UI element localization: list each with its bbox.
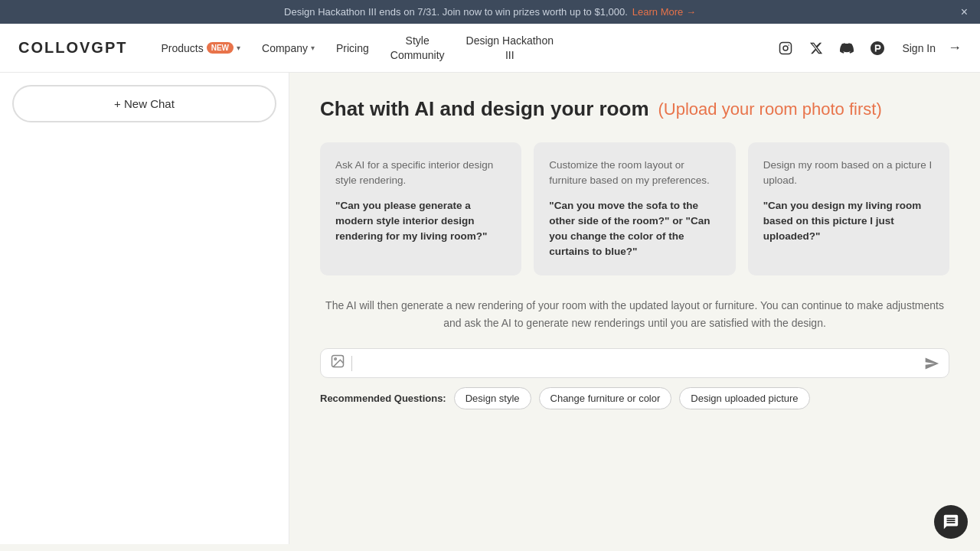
instagram-icon[interactable] (773, 36, 798, 60)
chat-widget-button[interactable] (934, 505, 968, 539)
navigation: COLLOVGPT Products NEW ▾ Company ▾ Prici… (0, 24, 980, 73)
top-banner: Design Hackathon III ends on 7/31. Join … (0, 0, 980, 24)
card-design-style: Ask AI for a specific interior design st… (320, 142, 521, 276)
image-upload-icon[interactable] (330, 354, 345, 373)
nav-item-company[interactable]: Company ▾ (253, 36, 324, 60)
twitter-icon[interactable] (804, 36, 828, 60)
nav-item-design-hackathon[interactable]: Design HackathonIII (457, 28, 563, 67)
svg-point-1 (783, 46, 788, 51)
new-chat-button[interactable]: + New Chat (12, 85, 276, 122)
recommended-label: Recommended Questions: (320, 393, 446, 404)
chip-design-uploaded[interactable]: Design uploaded picture (679, 387, 809, 409)
chevron-down-icon: ▾ (311, 44, 315, 52)
producthunt-icon[interactable] (865, 36, 890, 60)
chat-input[interactable] (360, 357, 924, 370)
sidebar: + New Chat (0, 73, 289, 544)
page-title: Chat with AI and design your room (Uploa… (320, 97, 949, 121)
nav-icons: Sign In → (773, 36, 962, 60)
chat-input-container (320, 348, 949, 378)
prompt-cards: Ask AI for a specific interior design st… (320, 142, 949, 276)
nav-logo[interactable]: COLLOVGPT (18, 39, 127, 57)
nav-item-pricing[interactable]: Pricing (327, 36, 378, 60)
input-divider (351, 356, 352, 371)
recommended-questions: Recommended Questions: Design style Chan… (320, 387, 949, 409)
sign-in-button[interactable]: Sign In (896, 37, 942, 59)
nav-arrow-icon[interactable]: → (948, 40, 962, 56)
banner-learn-more[interactable]: Learn More → (632, 6, 696, 18)
banner-close-button[interactable]: × (961, 5, 968, 19)
content-area: Chat with AI and design your room (Uploa… (289, 73, 980, 544)
nav-links: Products NEW ▾ Company ▾ Pricing StyleCo… (152, 28, 773, 67)
svg-point-2 (789, 44, 790, 46)
nav-item-style-community[interactable]: StyleCommunity (381, 28, 454, 67)
chip-change-furniture[interactable]: Change furniture or color (539, 387, 672, 409)
main-layout: + New Chat Chat with AI and design your … (0, 73, 980, 544)
discord-icon[interactable] (835, 36, 859, 60)
ai-description: The AI will then generate a new renderin… (320, 297, 949, 334)
chip-design-style[interactable]: Design style (454, 387, 531, 409)
send-button[interactable] (924, 356, 939, 371)
chevron-down-icon: ▾ (237, 44, 240, 52)
nav-item-products[interactable]: Products NEW ▾ (152, 36, 250, 60)
svg-rect-0 (780, 42, 792, 54)
banner-text: Design Hackathon III ends on 7/31. Join … (284, 6, 628, 18)
card-customize-layout: Customize the room layout or furniture b… (534, 142, 735, 276)
card-design-from-picture: Design my room based on a picture I uplo… (748, 142, 949, 276)
svg-point-4 (335, 358, 337, 360)
